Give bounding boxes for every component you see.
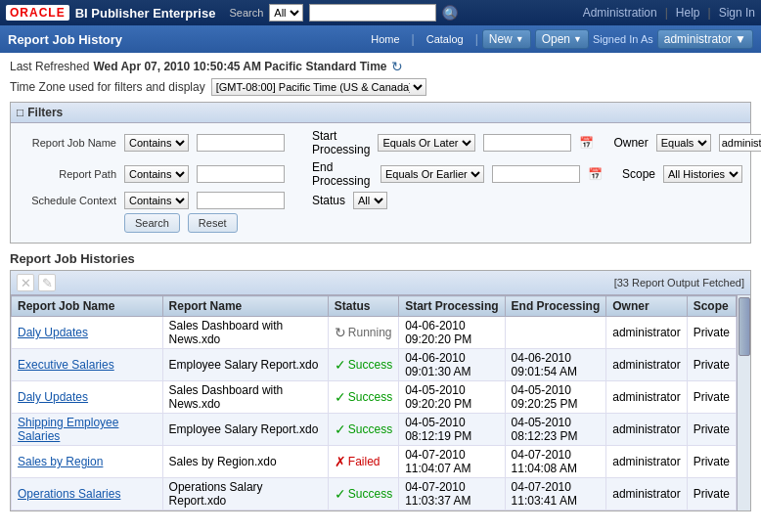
status-cell: ✓Success: [328, 349, 398, 381]
schedule-context-input[interactable]: [197, 192, 285, 209]
search-submit-icon[interactable]: 🔍: [442, 5, 458, 21]
col-status: Status: [328, 296, 398, 317]
refresh-date: Wed Apr 07, 2010 10:50:45 AM Pacific Sta…: [93, 60, 386, 73]
owner-input[interactable]: [719, 134, 761, 152]
report-jobs-table: Report Job Name Report Name Status Start…: [11, 295, 737, 510]
search-input[interactable]: [309, 4, 436, 22]
scope-select[interactable]: All Histories: [663, 165, 742, 183]
administration-link[interactable]: Administration: [583, 6, 657, 20]
delete-icon[interactable]: ✕: [17, 274, 34, 291]
timezone-select[interactable]: [GMT-08:00] Pacific Time (US & Canada): [211, 78, 426, 96]
report-job-histories-title: Report Job Histories: [10, 251, 751, 266]
start-processing-cell: 04-05-2010 09:20:20 PM: [399, 381, 505, 414]
reset-button[interactable]: Reset: [188, 213, 238, 233]
report-job-name-cond-select[interactable]: Contains: [124, 134, 189, 152]
report-job-name-input[interactable]: [197, 134, 285, 152]
end-processing-cell: 04-05-2010 09:20:25 PM: [505, 381, 606, 414]
owner-cell: administrator: [606, 381, 687, 414]
table-row: Executive SalariesEmployee Salary Report…: [12, 349, 737, 381]
catalog-link[interactable]: Catalog: [419, 31, 471, 47]
report-path-input[interactable]: [197, 165, 285, 183]
main-content: Last Refreshed Wed Apr 07, 2010 10:50:45…: [0, 53, 761, 532]
status-cell: ✗Failed: [328, 446, 398, 478]
user-dropdown-btn[interactable]: administrator ▼: [657, 29, 753, 49]
scope-cell: Private: [687, 317, 736, 349]
scope-cell: Private: [687, 381, 736, 414]
status-cell: ✓Success: [328, 414, 398, 446]
filters-header[interactable]: □ Filters: [11, 103, 750, 123]
schedule-context-label: Schedule Context: [19, 195, 116, 206]
report-name-cell: Operations Salary Report.xdo: [162, 478, 328, 510]
page-title: Report Job History: [8, 32, 359, 47]
open-dropdown-btn[interactable]: Open ▼: [535, 29, 589, 49]
help-link[interactable]: Help: [676, 6, 700, 20]
vertical-scrollbar[interactable]: [737, 295, 750, 510]
search-button[interactable]: Search: [124, 213, 180, 233]
col-start-processing: Start Processing: [399, 296, 505, 317]
fetched-message: [33 Report Output Fetched]: [614, 277, 744, 288]
col-report-name: Report Name: [162, 296, 328, 317]
status-label: Status: [312, 194, 345, 207]
sign-in-link[interactable]: Sign In: [719, 6, 755, 20]
filter-row-2: Report Path Contains End Processing Equa…: [19, 160, 742, 188]
top-nav-right: Administration | Help | Sign In: [583, 6, 755, 20]
status-cell: ✓Success: [328, 478, 398, 510]
table-scroll-area: Report Job Name Report Name Status Start…: [11, 295, 737, 510]
report-job-name-link[interactable]: Daly Updates: [18, 390, 88, 404]
report-job-name-link[interactable]: Executive Salaries: [18, 358, 114, 372]
timezone-label: Time Zone used for filters and display: [10, 80, 205, 94]
search-scope-select[interactable]: All: [269, 4, 303, 22]
table-wrapper: Report Job Name Report Name Status Start…: [11, 295, 750, 510]
status-cell: ✓Success: [328, 381, 398, 414]
refresh-bar: Last Refreshed Wed Apr 07, 2010 10:50:45…: [10, 59, 751, 74]
owner-cell: administrator: [606, 349, 687, 381]
oracle-logo: ORACLE: [6, 5, 69, 21]
scope-label: Scope: [622, 167, 655, 181]
owner-cell: administrator: [606, 317, 687, 349]
filters-body: Report Job Name Contains Start Processin…: [11, 123, 750, 243]
signed-in-label: Signed In As: [593, 33, 653, 45]
scope-cell: Private: [687, 478, 736, 510]
nav-separator-1: |: [665, 6, 668, 20]
report-path-cond-select[interactable]: Contains: [124, 165, 189, 183]
end-processing-cond-select[interactable]: Equals Or Earlier: [380, 165, 484, 183]
scope-cell: Private: [687, 446, 736, 478]
end-processing-calendar-icon[interactable]: 📅: [588, 167, 603, 181]
end-processing-input[interactable]: [492, 165, 580, 183]
last-refreshed-label: Last Refreshed: [10, 60, 89, 73]
new-btn-label: New: [489, 32, 513, 46]
report-job-histories-table-container: ✕ ✎ [33 Report Output Fetched] Report Jo…: [10, 270, 751, 511]
report-job-name-link[interactable]: Daly Updates: [18, 326, 88, 339]
user-btn-arrow-icon: ▼: [735, 32, 746, 46]
table-row: Shipping Employee SalariesEmployee Salar…: [12, 414, 737, 446]
filters-title: Filters: [27, 106, 63, 119]
report-path-label: Report Path: [19, 168, 116, 180]
schedule-context-cond-select[interactable]: Contains: [124, 192, 189, 209]
table-row: Daly UpdatesSales Dashboard with News.xd…: [12, 317, 737, 349]
new-dropdown-btn[interactable]: New ▼: [482, 29, 531, 49]
end-processing-cell: [505, 317, 606, 349]
edit-icon[interactable]: ✎: [38, 274, 56, 291]
end-processing-cell: 04-07-2010 11:03:41 AM: [505, 478, 606, 510]
report-job-name-label: Report Job Name: [19, 137, 116, 149]
start-processing-calendar-icon[interactable]: 📅: [579, 136, 594, 150]
start-processing-cell: 04-06-2010 09:20:20 PM: [399, 317, 505, 349]
end-processing-cell: 04-07-2010 11:04:08 AM: [505, 446, 606, 478]
status-select[interactable]: All: [353, 192, 387, 209]
table-row: Operations SalariesOperations Salary Rep…: [12, 478, 737, 510]
refresh-icon[interactable]: ↻: [391, 59, 403, 74]
top-navigation: ORACLE BI Publisher Enterprise Search Al…: [0, 0, 761, 25]
owner-cell: administrator: [606, 478, 687, 510]
home-link[interactable]: Home: [363, 31, 407, 47]
report-job-name-link[interactable]: Sales by Region: [18, 455, 103, 468]
owner-cond-select[interactable]: Equals: [656, 134, 711, 152]
report-name-cell: Sales Dashboard with News.xdo: [162, 381, 328, 414]
table-toolbar: ✕ ✎ [33 Report Output Fetched]: [11, 271, 750, 295]
report-job-name-link[interactable]: Operations Salaries: [18, 487, 120, 501]
report-job-name-link[interactable]: Shipping Employee Salaries: [18, 416, 118, 443]
col-owner: Owner: [606, 296, 687, 317]
start-processing-cond-select[interactable]: Equals Or Later: [378, 134, 475, 152]
start-processing-input[interactable]: [483, 134, 571, 152]
start-processing-cell: 04-06-2010 09:01:30 AM: [399, 349, 505, 381]
report-name-cell: Sales by Region.xdo: [162, 446, 328, 478]
